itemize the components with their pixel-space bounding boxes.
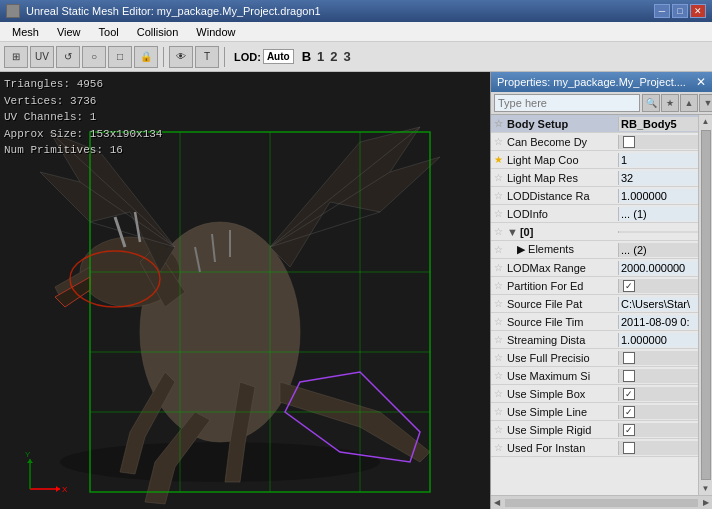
lod-2[interactable]: 2 xyxy=(330,49,337,64)
prop-star-12[interactable]: ☆ xyxy=(491,334,505,345)
prop-star-6[interactable]: ☆ xyxy=(491,226,505,237)
scroll-thumb[interactable] xyxy=(701,130,711,480)
prop-name-16: Use Simple Line xyxy=(505,405,618,419)
prop-row-4: ☆LODDistance Ra1.000000 xyxy=(491,187,698,205)
search-bar: 🔍 ★ ▲ ▼ ≡ xyxy=(491,92,712,115)
h-scroll-right[interactable]: ▶ xyxy=(700,498,712,507)
menu-mesh[interactable]: Mesh xyxy=(4,24,47,40)
prop-row-13: ☆Use Full Precisio xyxy=(491,349,698,367)
properties-close-button[interactable]: ✕ xyxy=(696,75,706,89)
prop-row-2: ★Light Map Coo1 xyxy=(491,151,698,169)
prop-name-0: Body Setup xyxy=(505,117,618,131)
menu-window[interactable]: Window xyxy=(188,24,243,40)
checkbox-13[interactable] xyxy=(623,352,635,364)
lod-dropdown[interactable]: Auto xyxy=(263,49,294,64)
close-button[interactable]: ✕ xyxy=(690,4,706,18)
prop-star-7[interactable]: ☆ xyxy=(491,244,505,255)
prop-value-2[interactable]: 1 xyxy=(618,153,698,167)
eye-button[interactable]: 👁 xyxy=(169,46,193,68)
checkbox-9[interactable] xyxy=(623,280,635,292)
texture-button[interactable]: T xyxy=(195,46,219,68)
scroll-up-arrow[interactable]: ▲ xyxy=(700,115,712,128)
checkbox-17[interactable] xyxy=(623,424,635,436)
svg-point-1 xyxy=(60,442,380,482)
scroll-down-button[interactable]: ▼ xyxy=(699,94,712,112)
prop-star-15[interactable]: ☆ xyxy=(491,388,505,399)
svg-marker-27 xyxy=(56,486,60,492)
prop-value-0: RB_Body5 xyxy=(618,117,698,131)
prop-name-11: Source File Tim xyxy=(505,315,618,329)
lock-button[interactable]: 🔒 xyxy=(134,46,158,68)
scroll-up-button[interactable]: ▲ xyxy=(680,94,698,112)
prop-value-8[interactable]: 2000.000000 xyxy=(618,261,698,275)
prop-row-1: ☆Can Become Dy xyxy=(491,133,698,151)
menu-collision[interactable]: Collision xyxy=(129,24,187,40)
prop-star-10[interactable]: ☆ xyxy=(491,298,505,309)
box-button[interactable]: □ xyxy=(108,46,132,68)
star-filter-button[interactable]: ★ xyxy=(661,94,679,112)
prop-name-1: Can Become Dy xyxy=(505,135,618,149)
lod-3[interactable]: 3 xyxy=(344,49,351,64)
uv-button[interactable]: UV xyxy=(30,46,54,68)
prop-row-3: ☆Light Map Res32 xyxy=(491,169,698,187)
maximize-button[interactable]: □ xyxy=(672,4,688,18)
prop-star-2[interactable]: ★ xyxy=(491,154,505,165)
prop-star-0[interactable]: ☆ xyxy=(491,118,505,129)
properties-panel: Properties: my_package.My_Project.... ✕ … xyxy=(490,72,712,509)
h-scroll-track xyxy=(505,499,698,507)
vertices-stat: Vertices: 3736 xyxy=(4,93,162,110)
menu-tool[interactable]: Tool xyxy=(91,24,127,40)
prop-name-9: Partition For Ed xyxy=(505,279,618,293)
prop-star-13[interactable]: ☆ xyxy=(491,352,505,363)
prop-row-9: ☆Partition For Ed xyxy=(491,277,698,295)
prop-value-4[interactable]: 1.000000 xyxy=(618,189,698,203)
lod-b[interactable]: B xyxy=(302,49,311,64)
checkbox-1[interactable] xyxy=(623,136,635,148)
uv-stat: UV Channels: 1 xyxy=(4,109,162,126)
prop-star-18[interactable]: ☆ xyxy=(491,442,505,453)
search-input[interactable] xyxy=(494,94,640,112)
prop-value-5[interactable]: ... (1) xyxy=(618,207,698,221)
prop-star-14[interactable]: ☆ xyxy=(491,370,505,381)
checkbox-14[interactable] xyxy=(623,370,635,382)
prop-star-16[interactable]: ☆ xyxy=(491,406,505,417)
properties-header: Properties: my_package.My_Project.... ✕ xyxy=(491,72,712,92)
prop-star-3[interactable]: ☆ xyxy=(491,172,505,183)
horizontal-scrollbar[interactable]: ◀ ▶ xyxy=(491,495,712,509)
prop-star-1[interactable]: ☆ xyxy=(491,136,505,147)
checkbox-15[interactable] xyxy=(623,388,635,400)
main-area: Triangles: 4956 Vertices: 3736 UV Channe… xyxy=(0,72,712,509)
rotate-button[interactable]: ↺ xyxy=(56,46,80,68)
prop-value-6 xyxy=(618,231,698,233)
viewport[interactable]: Triangles: 4956 Vertices: 3736 UV Channe… xyxy=(0,72,490,509)
grid-button[interactable]: ⊞ xyxy=(4,46,28,68)
prop-star-8[interactable]: ☆ xyxy=(491,262,505,273)
menu-view[interactable]: View xyxy=(49,24,89,40)
lod-group: LOD: Auto xyxy=(234,49,294,64)
prop-star-11[interactable]: ☆ xyxy=(491,316,505,327)
lod-1[interactable]: 1 xyxy=(317,49,324,64)
prop-star-4[interactable]: ☆ xyxy=(491,190,505,201)
prop-name-5: LODInfo xyxy=(505,207,618,221)
prop-name-7: ▶ Elements xyxy=(515,242,618,257)
prop-star-17[interactable]: ☆ xyxy=(491,424,505,435)
prop-value-3[interactable]: 32 xyxy=(618,171,698,185)
svg-marker-28 xyxy=(27,459,33,463)
vertical-scrollbar[interactable]: ▲ ▼ xyxy=(698,115,712,495)
scroll-down-arrow[interactable]: ▼ xyxy=(700,482,712,495)
prop-row-0: ☆Body SetupRB_Body5 xyxy=(491,115,698,133)
h-scroll-left[interactable]: ◀ xyxy=(491,498,503,507)
prop-value-10[interactable]: C:\Users\Star\ xyxy=(618,297,698,311)
checkbox-16[interactable] xyxy=(623,406,635,418)
prop-name-6: ▼[0] xyxy=(505,225,618,239)
prop-name-18: Used For Instan xyxy=(505,441,618,455)
search-icon-button[interactable]: 🔍 xyxy=(642,94,660,112)
minimize-button[interactable]: ─ xyxy=(654,4,670,18)
prop-star-9[interactable]: ☆ xyxy=(491,280,505,291)
prop-value-11[interactable]: 2011-08-09 0: xyxy=(618,315,698,329)
prop-star-5[interactable]: ☆ xyxy=(491,208,505,219)
prop-row-17: ☆Use Simple Rigid xyxy=(491,421,698,439)
prop-value-12[interactable]: 1.000000 xyxy=(618,333,698,347)
sphere-button[interactable]: ○ xyxy=(82,46,106,68)
checkbox-18[interactable] xyxy=(623,442,635,454)
